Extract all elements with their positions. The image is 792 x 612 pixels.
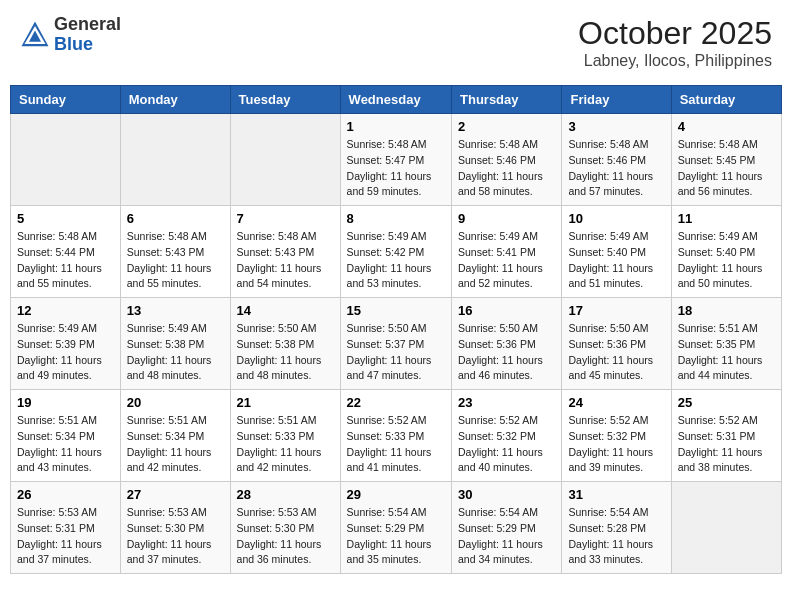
day-info: Sunrise: 5:48 AMSunset: 5:43 PMDaylight:… (237, 229, 334, 292)
calendar-cell: 21Sunrise: 5:51 AMSunset: 5:33 PMDayligh… (230, 390, 340, 482)
day-info: Sunrise: 5:52 AMSunset: 5:31 PMDaylight:… (678, 413, 775, 476)
calendar-cell: 28Sunrise: 5:53 AMSunset: 5:30 PMDayligh… (230, 482, 340, 574)
day-info: Sunrise: 5:48 AMSunset: 5:46 PMDaylight:… (458, 137, 555, 200)
calendar-cell: 27Sunrise: 5:53 AMSunset: 5:30 PMDayligh… (120, 482, 230, 574)
day-number: 12 (17, 303, 114, 318)
weekday-header: Friday (562, 86, 671, 114)
day-number: 7 (237, 211, 334, 226)
day-info: Sunrise: 5:49 AMSunset: 5:38 PMDaylight:… (127, 321, 224, 384)
weekday-header: Saturday (671, 86, 781, 114)
calendar-cell: 29Sunrise: 5:54 AMSunset: 5:29 PMDayligh… (340, 482, 451, 574)
day-info: Sunrise: 5:50 AMSunset: 5:36 PMDaylight:… (458, 321, 555, 384)
day-number: 19 (17, 395, 114, 410)
day-info: Sunrise: 5:49 AMSunset: 5:39 PMDaylight:… (17, 321, 114, 384)
calendar-header-row: SundayMondayTuesdayWednesdayThursdayFrid… (11, 86, 782, 114)
calendar-cell: 18Sunrise: 5:51 AMSunset: 5:35 PMDayligh… (671, 298, 781, 390)
calendar-cell (671, 482, 781, 574)
day-info: Sunrise: 5:49 AMSunset: 5:42 PMDaylight:… (347, 229, 445, 292)
day-number: 16 (458, 303, 555, 318)
calendar-cell: 2Sunrise: 5:48 AMSunset: 5:46 PMDaylight… (452, 114, 562, 206)
day-info: Sunrise: 5:49 AMSunset: 5:41 PMDaylight:… (458, 229, 555, 292)
calendar-cell: 5Sunrise: 5:48 AMSunset: 5:44 PMDaylight… (11, 206, 121, 298)
calendar-cell: 16Sunrise: 5:50 AMSunset: 5:36 PMDayligh… (452, 298, 562, 390)
day-info: Sunrise: 5:50 AMSunset: 5:37 PMDaylight:… (347, 321, 445, 384)
day-number: 31 (568, 487, 664, 502)
logo: General Blue (20, 15, 121, 55)
page-container: General Blue October 2025 Labney, Ilocos… (10, 10, 782, 574)
calendar-cell: 4Sunrise: 5:48 AMSunset: 5:45 PMDaylight… (671, 114, 781, 206)
calendar-cell: 15Sunrise: 5:50 AMSunset: 5:37 PMDayligh… (340, 298, 451, 390)
day-number: 18 (678, 303, 775, 318)
calendar-cell (230, 114, 340, 206)
calendar-cell: 7Sunrise: 5:48 AMSunset: 5:43 PMDaylight… (230, 206, 340, 298)
calendar-week-row: 19Sunrise: 5:51 AMSunset: 5:34 PMDayligh… (11, 390, 782, 482)
day-number: 24 (568, 395, 664, 410)
day-number: 14 (237, 303, 334, 318)
weekday-header: Thursday (452, 86, 562, 114)
day-info: Sunrise: 5:49 AMSunset: 5:40 PMDaylight:… (678, 229, 775, 292)
day-info: Sunrise: 5:54 AMSunset: 5:29 PMDaylight:… (347, 505, 445, 568)
day-number: 11 (678, 211, 775, 226)
logo-general-text: General (54, 15, 121, 35)
calendar-week-row: 5Sunrise: 5:48 AMSunset: 5:44 PMDaylight… (11, 206, 782, 298)
day-number: 26 (17, 487, 114, 502)
day-info: Sunrise: 5:52 AMSunset: 5:33 PMDaylight:… (347, 413, 445, 476)
calendar-cell: 12Sunrise: 5:49 AMSunset: 5:39 PMDayligh… (11, 298, 121, 390)
calendar-cell: 17Sunrise: 5:50 AMSunset: 5:36 PMDayligh… (562, 298, 671, 390)
day-info: Sunrise: 5:51 AMSunset: 5:33 PMDaylight:… (237, 413, 334, 476)
day-number: 4 (678, 119, 775, 134)
weekday-header: Tuesday (230, 86, 340, 114)
calendar-cell: 11Sunrise: 5:49 AMSunset: 5:40 PMDayligh… (671, 206, 781, 298)
logo-blue-text: Blue (54, 35, 121, 55)
calendar-cell: 22Sunrise: 5:52 AMSunset: 5:33 PMDayligh… (340, 390, 451, 482)
day-info: Sunrise: 5:48 AMSunset: 5:44 PMDaylight:… (17, 229, 114, 292)
day-number: 2 (458, 119, 555, 134)
calendar-cell: 10Sunrise: 5:49 AMSunset: 5:40 PMDayligh… (562, 206, 671, 298)
day-number: 21 (237, 395, 334, 410)
calendar-cell: 26Sunrise: 5:53 AMSunset: 5:31 PMDayligh… (11, 482, 121, 574)
day-number: 9 (458, 211, 555, 226)
calendar-cell: 3Sunrise: 5:48 AMSunset: 5:46 PMDaylight… (562, 114, 671, 206)
calendar-cell: 20Sunrise: 5:51 AMSunset: 5:34 PMDayligh… (120, 390, 230, 482)
calendar-cell: 13Sunrise: 5:49 AMSunset: 5:38 PMDayligh… (120, 298, 230, 390)
weekday-header: Wednesday (340, 86, 451, 114)
month-title: October 2025 (578, 15, 772, 52)
day-info: Sunrise: 5:48 AMSunset: 5:47 PMDaylight:… (347, 137, 445, 200)
day-info: Sunrise: 5:50 AMSunset: 5:36 PMDaylight:… (568, 321, 664, 384)
day-number: 5 (17, 211, 114, 226)
day-number: 13 (127, 303, 224, 318)
day-number: 8 (347, 211, 445, 226)
calendar-week-row: 26Sunrise: 5:53 AMSunset: 5:31 PMDayligh… (11, 482, 782, 574)
day-info: Sunrise: 5:53 AMSunset: 5:30 PMDaylight:… (127, 505, 224, 568)
calendar-cell: 1Sunrise: 5:48 AMSunset: 5:47 PMDaylight… (340, 114, 451, 206)
title-area: October 2025 Labney, Ilocos, Philippines (578, 15, 772, 70)
location-title: Labney, Ilocos, Philippines (578, 52, 772, 70)
calendar-cell: 31Sunrise: 5:54 AMSunset: 5:28 PMDayligh… (562, 482, 671, 574)
day-number: 10 (568, 211, 664, 226)
day-info: Sunrise: 5:51 AMSunset: 5:34 PMDaylight:… (127, 413, 224, 476)
day-info: Sunrise: 5:54 AMSunset: 5:29 PMDaylight:… (458, 505, 555, 568)
calendar-table: SundayMondayTuesdayWednesdayThursdayFrid… (10, 85, 782, 574)
calendar-cell: 25Sunrise: 5:52 AMSunset: 5:31 PMDayligh… (671, 390, 781, 482)
weekday-header: Monday (120, 86, 230, 114)
day-info: Sunrise: 5:49 AMSunset: 5:40 PMDaylight:… (568, 229, 664, 292)
day-number: 20 (127, 395, 224, 410)
day-number: 6 (127, 211, 224, 226)
calendar-cell: 23Sunrise: 5:52 AMSunset: 5:32 PMDayligh… (452, 390, 562, 482)
day-number: 22 (347, 395, 445, 410)
day-number: 23 (458, 395, 555, 410)
day-number: 1 (347, 119, 445, 134)
day-number: 15 (347, 303, 445, 318)
day-info: Sunrise: 5:53 AMSunset: 5:30 PMDaylight:… (237, 505, 334, 568)
day-info: Sunrise: 5:51 AMSunset: 5:34 PMDaylight:… (17, 413, 114, 476)
header: General Blue October 2025 Labney, Ilocos… (10, 10, 782, 75)
day-info: Sunrise: 5:52 AMSunset: 5:32 PMDaylight:… (458, 413, 555, 476)
calendar-cell: 8Sunrise: 5:49 AMSunset: 5:42 PMDaylight… (340, 206, 451, 298)
calendar-cell: 14Sunrise: 5:50 AMSunset: 5:38 PMDayligh… (230, 298, 340, 390)
logo-icon (20, 20, 50, 50)
day-number: 28 (237, 487, 334, 502)
day-number: 29 (347, 487, 445, 502)
day-number: 3 (568, 119, 664, 134)
day-info: Sunrise: 5:48 AMSunset: 5:46 PMDaylight:… (568, 137, 664, 200)
day-info: Sunrise: 5:51 AMSunset: 5:35 PMDaylight:… (678, 321, 775, 384)
